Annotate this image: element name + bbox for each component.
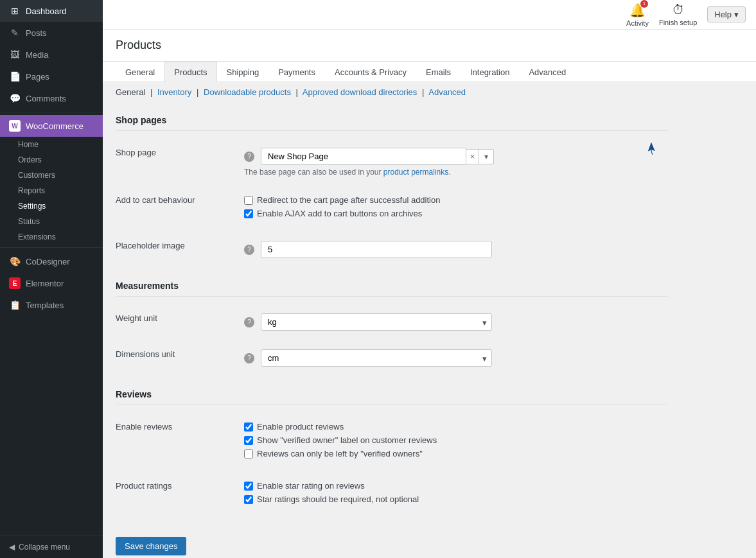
comments-icon: 💬 <box>9 92 21 104</box>
tab-integration[interactable]: Integration <box>461 62 519 82</box>
sidebar-item-templates[interactable]: 📋 Templates <box>0 294 103 316</box>
row-placeholder-image: Placeholder image ? <box>116 232 668 268</box>
shop-page-select-wrapper: × ▾ <box>261 148 494 165</box>
shop-page-clear-button[interactable]: × <box>466 149 479 164</box>
sidebar-item-pages[interactable]: 📄 Pages <box>0 65 103 87</box>
redirect-checkbox[interactable] <box>244 196 253 205</box>
sidebar-label-comments: Comments <box>26 94 66 103</box>
checkbox-ajax[interactable]: Enable AJAX add to cart buttons on archi… <box>244 209 668 218</box>
tab-payments[interactable]: Payments <box>268 62 325 82</box>
sidebar-sub-status[interactable]: Status <box>0 214 103 229</box>
weight-unit-select[interactable]: kg g lbs oz <box>261 313 492 331</box>
enable-product-reviews-checkbox[interactable] <box>244 423 253 432</box>
sidebar-sub-settings[interactable]: Settings <box>0 198 103 214</box>
subnav-sep-4: | <box>422 87 424 97</box>
row-dimensions-unit: Dimensions unit ? cm m mm <box>116 340 668 376</box>
sidebar-item-comments[interactable]: 💬 Comments <box>0 87 103 109</box>
checkbox-enable-star-rating[interactable]: Enable star rating on reviews <box>244 481 668 491</box>
shop-page-help-icon[interactable]: ? <box>244 152 254 162</box>
sidebar-sub-customers[interactable]: Customers <box>0 168 103 183</box>
subnav-sep-3: | <box>296 87 298 97</box>
verified-owner-label-checkbox[interactable] <box>244 436 253 445</box>
tab-general[interactable]: General <box>116 62 164 82</box>
sidebar-label-media: Media <box>26 50 48 60</box>
sidebar-item-dashboard[interactable]: ⊞ Dashboard <box>0 0 103 22</box>
codesigner-icon: 🎨 <box>9 256 21 267</box>
add-to-cart-label: Add to cart behaviour <box>116 195 195 205</box>
tab-shipping[interactable]: Shipping <box>217 62 269 82</box>
star-rating-required-label: Star ratings should be required, not opt… <box>257 494 419 504</box>
settings-content: Shop pages Shop page ? <box>103 102 681 558</box>
topbar-activity-button[interactable]: 🔔 1 Activity <box>626 3 649 27</box>
dimensions-unit-select[interactable]: cm m mm in yd <box>261 349 492 367</box>
shop-page-dropdown-button[interactable]: ▾ <box>479 149 494 164</box>
subnav-downloadable[interactable]: Downloadable products <box>204 87 291 97</box>
sidebar-sub-extensions[interactable]: Extensions <box>0 229 103 245</box>
collapse-icon: ◀ <box>9 543 15 552</box>
weight-unit-help-icon[interactable]: ? <box>244 317 254 327</box>
verified-owners-only-checkbox[interactable] <box>244 449 253 458</box>
tab-advanced[interactable]: Advanced <box>519 62 576 82</box>
tab-products[interactable]: Products <box>164 62 216 82</box>
subnav-approved-dirs[interactable]: Approved download directories <box>303 87 418 97</box>
product-ratings-label: Product ratings <box>116 481 171 491</box>
sidebar-sub-orders[interactable]: Orders <box>0 152 103 168</box>
verified-owners-only-label: Reviews can only be left by "verified ow… <box>257 449 423 458</box>
topbar: 🔔 1 Activity ⏱ Finish setup Help ▾ <box>103 0 756 30</box>
shop-pages-table: Shop page ? × ▾ <box>116 139 668 268</box>
sidebar-item-posts[interactable]: ✎ Posts <box>0 22 103 44</box>
subnav-sep-2: | <box>197 87 198 97</box>
help-button[interactable]: Help ▾ <box>707 6 746 22</box>
checkbox-star-rating-required[interactable]: Star ratings should be required, not opt… <box>244 494 668 504</box>
sidebar: ⊞ Dashboard ✎ Posts 🖼 Media 📄 Pages 💬 Co… <box>0 0 103 558</box>
dimensions-unit-field: ? cm m mm in yd <box>244 349 668 367</box>
weight-unit-field: ? kg g lbs oz <box>244 313 668 331</box>
checkbox-enable-product-reviews[interactable]: Enable product reviews <box>244 422 668 432</box>
sidebar-item-woocommerce[interactable]: W WooCommerce <box>0 115 103 137</box>
sidebar-item-codesigner[interactable]: 🎨 CoDesigner <box>0 250 103 272</box>
placeholder-image-help-icon[interactable]: ? <box>244 245 254 255</box>
topbar-finish-setup[interactable]: ⏱ Finish setup <box>659 3 697 26</box>
verified-owner-label-text: Show "verified owner" label on customer … <box>257 435 437 445</box>
sidebar-label-woocommerce: WooCommerce <box>26 121 84 131</box>
collapse-menu-button[interactable]: ◀ Collapse menu <box>0 536 103 558</box>
tab-accounts-privacy[interactable]: Accounts & Privacy <box>325 62 416 82</box>
sidebar-item-media[interactable]: 🖼 Media <box>0 44 103 65</box>
tab-emails[interactable]: Emails <box>416 62 461 82</box>
star-rating-required-checkbox[interactable] <box>244 495 253 504</box>
weight-unit-select-wrapper: kg g lbs oz <box>261 313 492 331</box>
shop-page-help-text: The base page can also be used in your p… <box>244 168 668 177</box>
subnav-inventory[interactable]: Inventory <box>157 87 191 97</box>
dimensions-unit-help-icon[interactable]: ? <box>244 353 254 363</box>
placeholder-image-input[interactable] <box>261 241 492 258</box>
sidebar-sub-home[interactable]: Home <box>0 137 103 152</box>
product-permalinks-link[interactable]: product permalinks <box>383 168 448 177</box>
row-weight-unit: Weight unit ? kg g lbs <box>116 304 668 340</box>
media-icon: 🖼 <box>9 49 21 60</box>
enable-star-rating-label: Enable star rating on reviews <box>257 481 365 491</box>
sidebar-divider-1 <box>0 112 103 112</box>
sidebar-sub-label-extensions: Extensions <box>18 232 56 241</box>
sidebar-sub-reports[interactable]: Reports <box>0 183 103 198</box>
woocommerce-icon: W <box>9 120 21 132</box>
row-enable-reviews: Enable reviews Enable product reviews Sh… <box>116 413 668 472</box>
save-changes-button[interactable]: Save changes <box>116 537 186 555</box>
subnav-advanced[interactable]: Advanced <box>428 87 466 97</box>
shop-page-select-input[interactable] <box>261 148 466 165</box>
subnav-sep-1: | <box>150 87 152 97</box>
checkbox-verified-owners-only[interactable]: Reviews can only be left by "verified ow… <box>244 449 668 458</box>
cursor-indicator <box>646 141 662 159</box>
sidebar-sub-label-customers: Customers <box>18 171 55 180</box>
enable-star-rating-checkbox[interactable] <box>244 482 253 491</box>
page-title: Products <box>116 39 743 52</box>
row-add-to-cart: Add to cart behaviour Redirect to the ca… <box>116 186 668 232</box>
ajax-checkbox[interactable] <box>244 209 253 218</box>
checkbox-verified-owner-label[interactable]: Show "verified owner" label on customer … <box>244 435 668 445</box>
sidebar-item-elementor[interactable]: E Elementor <box>0 272 103 294</box>
weight-unit-label: Weight unit <box>116 313 157 323</box>
sidebar-sub-label-home: Home <box>18 140 39 149</box>
sidebar-sub-label-reports: Reports <box>18 186 45 195</box>
checkbox-redirect[interactable]: Redirect to the cart page after successf… <box>244 195 668 205</box>
enable-product-reviews-label: Enable product reviews <box>257 422 344 432</box>
subnav-general: General <box>116 87 145 97</box>
